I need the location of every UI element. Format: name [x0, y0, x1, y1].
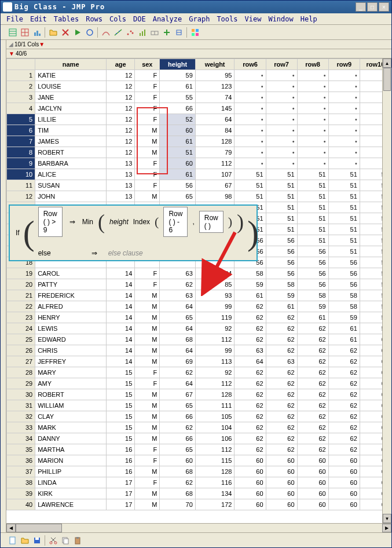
column-header-row8[interactable]: row8 — [297, 59, 328, 70]
table-row[interactable]: 33MARK15M621046262626262 — [7, 422, 391, 433]
cell-sex[interactable]: F — [135, 367, 160, 378]
cell-sex[interactable]: M — [135, 136, 160, 147]
cell-weight[interactable]: 93 — [195, 290, 235, 301]
cell-row7[interactable]: 60 — [266, 499, 297, 510]
row-number[interactable]: 32 — [7, 411, 35, 422]
cell-row9[interactable]: 62 — [328, 356, 360, 367]
cell-age[interactable]: 15 — [107, 367, 135, 378]
cell-sex[interactable]: F — [135, 169, 160, 180]
cell-row9[interactable]: 51 — [328, 180, 360, 191]
scroll-thumb[interactable] — [383, 68, 391, 91]
cell-row9[interactable]: 61 — [328, 334, 360, 345]
tool-grid-icon[interactable] — [19, 27, 31, 38]
cell-weight[interactable]: 67 — [195, 180, 235, 191]
cell-row7[interactable]: 51 — [266, 202, 297, 213]
cell-row6[interactable]: 60 — [235, 455, 266, 466]
cell-row7[interactable]: 56 — [266, 257, 297, 268]
cell-row8[interactable]: 62 — [297, 422, 328, 433]
menu-file[interactable]: File — [3, 14, 27, 24]
vertical-scrollbar[interactable]: ▲ ▼ — [382, 59, 391, 523]
cell-row9[interactable]: 62 — [328, 367, 360, 378]
cell-row9[interactable]: 51 — [328, 169, 360, 180]
cell-height[interactable]: 52 — [160, 114, 195, 125]
table-row[interactable]: 32CLAY15M661056262626262 — [7, 411, 391, 422]
column-header-row6[interactable]: row6 — [235, 59, 266, 70]
table-row[interactable]: 24LEWIS14M64926262626159 — [7, 323, 391, 334]
cell-row6[interactable]: 60 — [235, 488, 266, 499]
cell-row8[interactable]: • — [297, 136, 328, 147]
cell-weight[interactable]: 107 — [195, 169, 235, 180]
column-header-age[interactable]: age — [107, 59, 135, 70]
cell-weight[interactable]: 98 — [195, 191, 235, 202]
row-number[interactable]: 40 — [7, 499, 35, 510]
row-number[interactable]: 33 — [7, 422, 35, 433]
row-number[interactable]: 31 — [7, 400, 35, 411]
table-row[interactable]: 10ALICE13F611075151515151 — [7, 169, 391, 180]
cell-sex[interactable]: F — [135, 180, 160, 191]
cell-row6[interactable]: • — [235, 92, 266, 103]
cell-row8[interactable]: 61 — [297, 312, 328, 323]
cell-age[interactable]: 14 — [107, 290, 135, 301]
cell-row7[interactable]: 62 — [266, 422, 297, 433]
cell-weight[interactable]: 92 — [195, 367, 235, 378]
cell-name[interactable]: LAWRENCE — [35, 499, 107, 510]
cell-age[interactable]: 15 — [107, 411, 135, 422]
cell-height[interactable]: 62 — [160, 422, 195, 433]
tool-stats-icon[interactable] — [173, 27, 185, 38]
cell-weight[interactable]: 105 — [195, 411, 235, 422]
cell-row8[interactable]: 51 — [297, 224, 328, 235]
cell-row9[interactable]: • — [328, 103, 360, 114]
cell-row7[interactable]: 62 — [266, 367, 297, 378]
table-row[interactable]: 34DANNY15M661066262626262 — [7, 433, 391, 444]
cell-sex[interactable]: F — [135, 455, 160, 466]
cell-row8[interactable]: 60 — [297, 499, 328, 510]
cell-age[interactable]: 15 — [107, 433, 135, 444]
cell-row8[interactable]: 62 — [297, 356, 328, 367]
cell-row8[interactable]: 62 — [297, 367, 328, 378]
cell-row8[interactable]: 51 — [297, 235, 328, 246]
scroll-right-button[interactable]: ▶ — [382, 524, 391, 532]
cell-name[interactable]: ROBERT — [35, 147, 107, 158]
red-triangle-icon[interactable]: ▼ — [9, 50, 14, 57]
cell-row8[interactable]: 62 — [297, 411, 328, 422]
red-triangle-icon[interactable]: ▼ — [39, 41, 45, 48]
table-row[interactable]: 40LAWRENCE17M701726060606060 — [7, 499, 391, 510]
cell-name[interactable]: JACLYN — [35, 103, 107, 114]
formula-editor[interactable]: If ( Row ( ) > 9 ⇒ Min ( height Index ( — [9, 204, 258, 261]
cell-age[interactable]: 14 — [107, 301, 135, 312]
cell-row7[interactable]: • — [266, 125, 297, 136]
cell-name[interactable]: CHRIS — [35, 345, 107, 356]
cell-age[interactable]: 16 — [107, 444, 135, 455]
cell-row9[interactable]: 62 — [328, 411, 360, 422]
cell-row8[interactable]: 62 — [297, 334, 328, 345]
cell-row8[interactable]: 60 — [297, 455, 328, 466]
menu-graph[interactable]: Graph — [185, 14, 213, 24]
cell-row7[interactable]: • — [266, 81, 297, 92]
cell-weight[interactable]: 112 — [195, 444, 235, 455]
row-number[interactable]: 34 — [7, 433, 35, 444]
cell-sex[interactable]: M — [135, 301, 160, 312]
cell-height[interactable]: 65 — [160, 444, 195, 455]
tool-graph-icon[interactable] — [137, 27, 148, 38]
row-number[interactable]: 26 — [7, 345, 35, 356]
cell-height[interactable]: 56 — [160, 180, 195, 191]
tool-table-icon[interactable] — [7, 27, 19, 38]
cell-row9[interactable]: • — [328, 125, 360, 136]
cell-name[interactable]: JANE — [35, 92, 107, 103]
cell-name[interactable]: MARION — [35, 455, 107, 466]
cell-row6[interactable]: 62 — [235, 323, 266, 334]
table-row[interactable]: 12JOHN13M65985151515151 — [7, 191, 391, 202]
cell-name[interactable]: TIM — [35, 125, 107, 136]
cell-height[interactable]: 65 — [160, 312, 195, 323]
cell-name[interactable]: PATTY — [35, 279, 107, 290]
cell-name[interactable]: LEWIS — [35, 323, 107, 334]
table-row[interactable]: 5LILLIE12F5264••••• — [7, 114, 391, 125]
table-row[interactable]: 27JEFFREY14M691136463626262 — [7, 356, 391, 367]
column-header-sex[interactable]: sex — [135, 59, 160, 70]
cell-row7[interactable]: 60 — [266, 466, 297, 477]
cell-row7[interactable]: 56 — [266, 268, 297, 279]
cell-row9[interactable]: 51 — [328, 202, 360, 213]
table-row[interactable]: 9BARBARA13F60112••••• — [7, 158, 391, 169]
cell-age[interactable]: 14 — [107, 312, 135, 323]
row-number[interactable]: 22 — [7, 301, 35, 312]
